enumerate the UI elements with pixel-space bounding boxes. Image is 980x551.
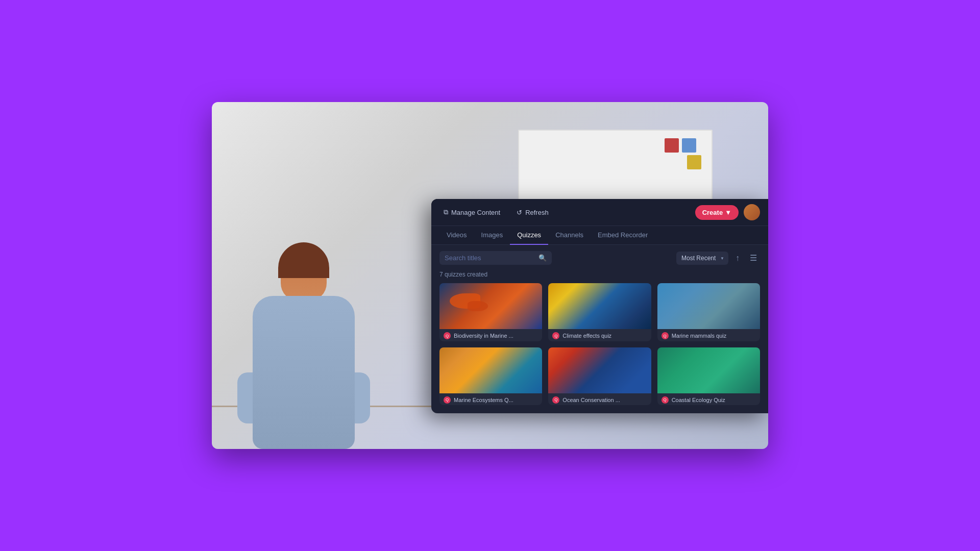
quiz-icon-5: Q [552, 396, 559, 404]
card-thumbnail-6 [657, 347, 760, 393]
count-label: 7 quizzes created [431, 271, 768, 281]
quiz-icon-1: Q [444, 332, 451, 339]
refresh-button[interactable]: ↺ Refresh [512, 207, 553, 218]
card-title-row-6: Q Coastal Ecology Quiz [662, 396, 756, 404]
quiz-card-2[interactable]: Q Climate effects quiz 01/18/2024 👁 0 👤 … [548, 283, 651, 341]
teacher-body [253, 296, 355, 449]
card-title-3: Marine mammals quiz [672, 333, 727, 339]
header-right: Create ▼ [695, 204, 760, 220]
quiz-icon-2: Q [552, 332, 559, 339]
search-container: 🔍 [439, 251, 552, 265]
manage-content-icon: ⧉ [444, 208, 448, 216]
quiz-card-4[interactable]: Q Marine Ecosystems Q... 12/19/2023 👁 0 … [439, 347, 542, 406]
nav-tabs: Videos Images Quizzes Channels Embed Rec… [431, 226, 768, 245]
quiz-icon-4: Q [444, 396, 451, 404]
create-arrow-icon: ▼ [725, 209, 731, 216]
card-title-2: Climate effects quiz [562, 333, 611, 339]
card-thumbnail-3 [657, 283, 760, 329]
sticky-note-red [665, 138, 679, 153]
card-title-row-4: Q Marine Ecosystems Q... [444, 396, 538, 404]
refresh-icon: ↺ [517, 209, 522, 216]
card-thumbnail-4 [439, 347, 542, 393]
card-title-5: Ocean Conservation ... [562, 397, 620, 403]
card-title-row-1: Q Biodiversity in Marine ... [444, 332, 538, 339]
quiz-icon-3: Q [662, 332, 669, 339]
card-title-row-2: Q Climate effects quiz [552, 332, 647, 339]
sort-asc-button[interactable]: ↑ [732, 251, 743, 266]
tab-channels[interactable]: Channels [548, 226, 591, 245]
card-thumbnail-5 [548, 347, 651, 393]
user-avatar[interactable] [744, 204, 760, 220]
sticky-note-yellow [687, 155, 701, 169]
card-title-1: Biodiversity in Marine ... [454, 333, 513, 339]
tab-quizzes[interactable]: Quizzes [510, 226, 548, 245]
teacher-head [281, 250, 327, 301]
create-label: Create [702, 209, 723, 216]
sort-controls: Most Recent Oldest A-Z Z-A ↑ ☰ [676, 250, 760, 266]
toolbar: 🔍 Most Recent Oldest A-Z Z-A ↑ ☰ [431, 245, 768, 271]
header-left: ⧉ Manage Content ↺ Refresh [439, 206, 553, 218]
list-view-button[interactable]: ☰ [747, 250, 760, 266]
panel-header: ⧉ Manage Content ↺ Refresh Create ▼ [431, 199, 768, 226]
search-input[interactable] [445, 254, 534, 262]
card-info-1: Q Biodiversity in Marine ... 01/29/2024 … [439, 329, 542, 341]
card-title-row-5: Q Ocean Conservation ... [552, 396, 647, 404]
card-info-3: Q Marine mammals quiz 01/18/2024 👁 0 👤 2 [657, 329, 760, 341]
card-title-row-3: Q Marine mammals quiz [662, 332, 756, 339]
card-thumbnail-2 [548, 283, 651, 329]
content-grid: Q Biodiversity in Marine ... 01/29/2024 … [431, 281, 768, 413]
sticky-note-blue [682, 138, 696, 153]
quiz-icon-6: Q [662, 396, 669, 404]
card-title-6: Coastal Ecology Quiz [672, 397, 725, 403]
tab-embed-recorder[interactable]: Embed Recorder [591, 226, 655, 245]
manage-content-label: Manage Content [451, 209, 500, 216]
manage-content-button[interactable]: ⧉ Manage Content [439, 206, 504, 218]
tab-videos[interactable]: Videos [439, 226, 474, 245]
quiz-card-1[interactable]: Q Biodiversity in Marine ... 01/29/2024 … [439, 283, 542, 341]
teacher-arms [237, 372, 370, 423]
quiz-card-6[interactable]: Q Coastal Ecology Quiz 12/19/2023 👁 3 👤 … [657, 347, 760, 406]
card-thumbnail-1 [439, 283, 542, 329]
sort-select[interactable]: Most Recent Oldest A-Z Z-A [676, 252, 728, 265]
main-container: ⧉ Manage Content ↺ Refresh Create ▼ Vide… [212, 102, 768, 449]
card-info-4: Q Marine Ecosystems Q... 12/19/2023 👁 0 … [439, 393, 542, 406]
card-title-4: Marine Ecosystems Q... [454, 397, 513, 403]
create-button[interactable]: Create ▼ [695, 205, 739, 220]
teacher-figure [253, 250, 355, 449]
card-info-6: Q Coastal Ecology Quiz 12/19/2023 👁 3 👤 … [657, 393, 760, 406]
sort-select-wrapper: Most Recent Oldest A-Z Z-A [676, 252, 728, 265]
tab-images[interactable]: Images [474, 226, 510, 245]
card-info-2: Q Climate effects quiz 01/18/2024 👁 0 👤 … [548, 329, 651, 341]
ui-panel: ⧉ Manage Content ↺ Refresh Create ▼ Vide… [431, 199, 768, 413]
card-info-5: Q Ocean Conservation ... 12/19/2023 👁 0 … [548, 393, 651, 406]
quiz-card-5[interactable]: Q Ocean Conservation ... 12/19/2023 👁 0 … [548, 347, 651, 406]
quiz-card-3[interactable]: Q Marine mammals quiz 01/18/2024 👁 0 👤 2 [657, 283, 760, 341]
refresh-label: Refresh [525, 209, 549, 216]
search-icon: 🔍 [538, 254, 547, 262]
